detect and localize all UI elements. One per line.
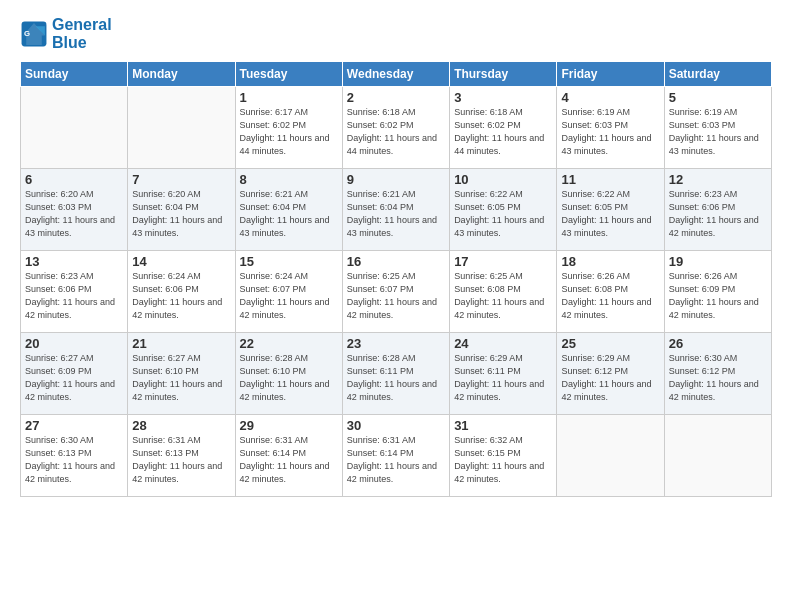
day-info: Sunrise: 6:24 AMSunset: 6:07 PMDaylight:… xyxy=(240,270,338,322)
day-info: Sunrise: 6:19 AMSunset: 6:03 PMDaylight:… xyxy=(561,106,659,158)
calendar-cell: 16 Sunrise: 6:25 AMSunset: 6:07 PMDaylig… xyxy=(342,251,449,333)
calendar-cell: 21 Sunrise: 6:27 AMSunset: 6:10 PMDaylig… xyxy=(128,333,235,415)
calendar-cell: 27 Sunrise: 6:30 AMSunset: 6:13 PMDaylig… xyxy=(21,415,128,497)
calendar-body: 1 Sunrise: 6:17 AMSunset: 6:02 PMDayligh… xyxy=(21,87,772,497)
day-number: 9 xyxy=(347,172,445,187)
day-info: Sunrise: 6:24 AMSunset: 6:06 PMDaylight:… xyxy=(132,270,230,322)
day-info: Sunrise: 6:26 AMSunset: 6:09 PMDaylight:… xyxy=(669,270,767,322)
day-info: Sunrise: 6:28 AMSunset: 6:11 PMDaylight:… xyxy=(347,352,445,404)
calendar-cell: 30 Sunrise: 6:31 AMSunset: 6:14 PMDaylig… xyxy=(342,415,449,497)
calendar-cell: 24 Sunrise: 6:29 AMSunset: 6:11 PMDaylig… xyxy=(450,333,557,415)
calendar-cell: 3 Sunrise: 6:18 AMSunset: 6:02 PMDayligh… xyxy=(450,87,557,169)
day-number: 6 xyxy=(25,172,123,187)
calendar-cell: 25 Sunrise: 6:29 AMSunset: 6:12 PMDaylig… xyxy=(557,333,664,415)
calendar-cell: 1 Sunrise: 6:17 AMSunset: 6:02 PMDayligh… xyxy=(235,87,342,169)
day-number: 17 xyxy=(454,254,552,269)
day-info: Sunrise: 6:31 AMSunset: 6:14 PMDaylight:… xyxy=(347,434,445,486)
day-info: Sunrise: 6:22 AMSunset: 6:05 PMDaylight:… xyxy=(561,188,659,240)
day-number: 31 xyxy=(454,418,552,433)
calendar-table: SundayMondayTuesdayWednesdayThursdayFrid… xyxy=(20,61,772,497)
day-number: 13 xyxy=(25,254,123,269)
day-number: 29 xyxy=(240,418,338,433)
calendar-cell: 31 Sunrise: 6:32 AMSunset: 6:15 PMDaylig… xyxy=(450,415,557,497)
calendar-cell: 13 Sunrise: 6:23 AMSunset: 6:06 PMDaylig… xyxy=(21,251,128,333)
day-number: 21 xyxy=(132,336,230,351)
calendar-week-row: 1 Sunrise: 6:17 AMSunset: 6:02 PMDayligh… xyxy=(21,87,772,169)
day-info: Sunrise: 6:29 AMSunset: 6:12 PMDaylight:… xyxy=(561,352,659,404)
calendar-cell: 20 Sunrise: 6:27 AMSunset: 6:09 PMDaylig… xyxy=(21,333,128,415)
day-info: Sunrise: 6:25 AMSunset: 6:07 PMDaylight:… xyxy=(347,270,445,322)
calendar-cell: 12 Sunrise: 6:23 AMSunset: 6:06 PMDaylig… xyxy=(664,169,771,251)
day-info: Sunrise: 6:18 AMSunset: 6:02 PMDaylight:… xyxy=(454,106,552,158)
calendar-page: G General Blue SundayMondayTuesdayWednes… xyxy=(0,0,792,612)
calendar-cell: 26 Sunrise: 6:30 AMSunset: 6:12 PMDaylig… xyxy=(664,333,771,415)
weekday-header: Friday xyxy=(557,62,664,87)
calendar-cell xyxy=(21,87,128,169)
calendar-cell: 8 Sunrise: 6:21 AMSunset: 6:04 PMDayligh… xyxy=(235,169,342,251)
weekday-header: Wednesday xyxy=(342,62,449,87)
day-info: Sunrise: 6:30 AMSunset: 6:13 PMDaylight:… xyxy=(25,434,123,486)
calendar-cell: 29 Sunrise: 6:31 AMSunset: 6:14 PMDaylig… xyxy=(235,415,342,497)
day-info: Sunrise: 6:22 AMSunset: 6:05 PMDaylight:… xyxy=(454,188,552,240)
calendar-week-row: 20 Sunrise: 6:27 AMSunset: 6:09 PMDaylig… xyxy=(21,333,772,415)
day-info: Sunrise: 6:19 AMSunset: 6:03 PMDaylight:… xyxy=(669,106,767,158)
calendar-cell: 28 Sunrise: 6:31 AMSunset: 6:13 PMDaylig… xyxy=(128,415,235,497)
day-info: Sunrise: 6:20 AMSunset: 6:03 PMDaylight:… xyxy=(25,188,123,240)
calendar-cell: 17 Sunrise: 6:25 AMSunset: 6:08 PMDaylig… xyxy=(450,251,557,333)
day-number: 22 xyxy=(240,336,338,351)
day-info: Sunrise: 6:31 AMSunset: 6:13 PMDaylight:… xyxy=(132,434,230,486)
day-info: Sunrise: 6:21 AMSunset: 6:04 PMDaylight:… xyxy=(240,188,338,240)
calendar-cell: 18 Sunrise: 6:26 AMSunset: 6:08 PMDaylig… xyxy=(557,251,664,333)
weekday-header: Sunday xyxy=(21,62,128,87)
calendar-cell: 4 Sunrise: 6:19 AMSunset: 6:03 PMDayligh… xyxy=(557,87,664,169)
calendar-cell: 23 Sunrise: 6:28 AMSunset: 6:11 PMDaylig… xyxy=(342,333,449,415)
calendar-cell: 2 Sunrise: 6:18 AMSunset: 6:02 PMDayligh… xyxy=(342,87,449,169)
day-info: Sunrise: 6:20 AMSunset: 6:04 PMDaylight:… xyxy=(132,188,230,240)
calendar-week-row: 27 Sunrise: 6:30 AMSunset: 6:13 PMDaylig… xyxy=(21,415,772,497)
day-info: Sunrise: 6:25 AMSunset: 6:08 PMDaylight:… xyxy=(454,270,552,322)
day-number: 24 xyxy=(454,336,552,351)
calendar-cell: 10 Sunrise: 6:22 AMSunset: 6:05 PMDaylig… xyxy=(450,169,557,251)
calendar-cell xyxy=(557,415,664,497)
day-number: 11 xyxy=(561,172,659,187)
day-number: 8 xyxy=(240,172,338,187)
calendar-week-row: 13 Sunrise: 6:23 AMSunset: 6:06 PMDaylig… xyxy=(21,251,772,333)
day-number: 19 xyxy=(669,254,767,269)
calendar-cell: 9 Sunrise: 6:21 AMSunset: 6:04 PMDayligh… xyxy=(342,169,449,251)
day-number: 18 xyxy=(561,254,659,269)
header: G General Blue xyxy=(20,16,772,51)
day-number: 28 xyxy=(132,418,230,433)
day-info: Sunrise: 6:30 AMSunset: 6:12 PMDaylight:… xyxy=(669,352,767,404)
day-number: 20 xyxy=(25,336,123,351)
svg-text:G: G xyxy=(24,28,30,37)
calendar-cell xyxy=(664,415,771,497)
day-number: 12 xyxy=(669,172,767,187)
day-number: 16 xyxy=(347,254,445,269)
day-info: Sunrise: 6:32 AMSunset: 6:15 PMDaylight:… xyxy=(454,434,552,486)
day-info: Sunrise: 6:28 AMSunset: 6:10 PMDaylight:… xyxy=(240,352,338,404)
day-info: Sunrise: 6:26 AMSunset: 6:08 PMDaylight:… xyxy=(561,270,659,322)
calendar-header-row: SundayMondayTuesdayWednesdayThursdayFrid… xyxy=(21,62,772,87)
day-number: 2 xyxy=(347,90,445,105)
day-number: 10 xyxy=(454,172,552,187)
calendar-cell: 14 Sunrise: 6:24 AMSunset: 6:06 PMDaylig… xyxy=(128,251,235,333)
day-number: 1 xyxy=(240,90,338,105)
weekday-header: Tuesday xyxy=(235,62,342,87)
day-number: 4 xyxy=(561,90,659,105)
day-number: 5 xyxy=(669,90,767,105)
day-number: 25 xyxy=(561,336,659,351)
day-info: Sunrise: 6:18 AMSunset: 6:02 PMDaylight:… xyxy=(347,106,445,158)
day-info: Sunrise: 6:27 AMSunset: 6:09 PMDaylight:… xyxy=(25,352,123,404)
weekday-header: Monday xyxy=(128,62,235,87)
day-number: 15 xyxy=(240,254,338,269)
calendar-week-row: 6 Sunrise: 6:20 AMSunset: 6:03 PMDayligh… xyxy=(21,169,772,251)
day-info: Sunrise: 6:29 AMSunset: 6:11 PMDaylight:… xyxy=(454,352,552,404)
calendar-cell: 7 Sunrise: 6:20 AMSunset: 6:04 PMDayligh… xyxy=(128,169,235,251)
calendar-cell: 6 Sunrise: 6:20 AMSunset: 6:03 PMDayligh… xyxy=(21,169,128,251)
calendar-cell xyxy=(128,87,235,169)
calendar-cell: 19 Sunrise: 6:26 AMSunset: 6:09 PMDaylig… xyxy=(664,251,771,333)
day-info: Sunrise: 6:23 AMSunset: 6:06 PMDaylight:… xyxy=(25,270,123,322)
weekday-header: Thursday xyxy=(450,62,557,87)
day-info: Sunrise: 6:17 AMSunset: 6:02 PMDaylight:… xyxy=(240,106,338,158)
calendar-cell: 5 Sunrise: 6:19 AMSunset: 6:03 PMDayligh… xyxy=(664,87,771,169)
